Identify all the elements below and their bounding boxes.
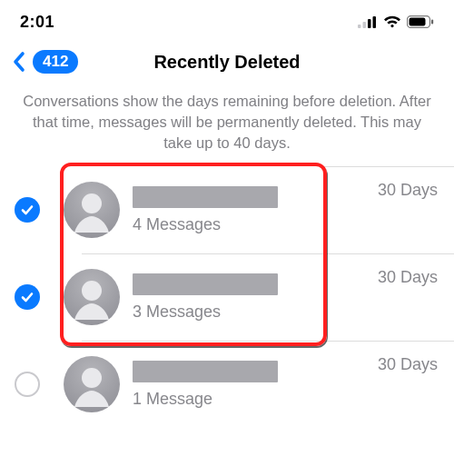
conversation-list: 4 Messages 30 Days 3 Messages 30 [0,166,454,428]
status-right [358,15,434,29]
svg-rect-3 [373,16,377,28]
checkmark-icon [20,290,35,304]
days-remaining: 30 Days [354,166,454,200]
svg-rect-0 [358,25,361,28]
svg-rect-5 [410,18,426,26]
avatar [64,182,120,238]
list-item[interactable]: 1 Message 30 Days [0,341,454,428]
avatar [64,356,120,412]
days-remaining: 30 Days [354,341,454,374]
svg-point-8 [82,281,102,301]
svg-rect-1 [363,22,367,28]
checkbox-selected[interactable] [15,284,40,310]
back-button[interactable]: 412 [9,49,78,74]
cellular-icon [358,15,378,29]
contact-name-redacted [133,186,278,208]
status-time: 2:01 [20,13,54,32]
contact-name-redacted [133,361,278,382]
wifi-icon [383,15,401,29]
svg-rect-2 [368,19,371,28]
back-count-badge: 412 [33,50,78,74]
avatar [64,269,120,325]
svg-rect-6 [431,20,433,25]
checkbox-selected[interactable] [15,197,40,223]
message-count: 1 Message [133,390,354,409]
battery-icon [407,15,434,29]
checkbox-unselected[interactable] [15,372,40,397]
info-text: Conversations show the days remaining be… [0,84,454,166]
person-icon [64,356,120,412]
chevron-left-icon [9,49,29,74]
message-count: 3 Messages [133,302,354,322]
person-icon [64,182,120,238]
checkmark-icon [20,203,35,217]
contact-name-redacted [133,273,278,295]
days-remaining: 30 Days [354,253,454,287]
person-icon [64,269,120,325]
svg-point-9 [82,368,102,388]
status-bar: 2:01 [0,0,454,40]
message-count: 4 Messages [133,215,354,234]
list-item[interactable]: 4 Messages 30 Days [0,166,454,253]
svg-point-7 [82,193,102,213]
list-item[interactable]: 3 Messages 30 Days [0,253,454,341]
nav-bar: 412 Recently Deleted [0,40,454,84]
